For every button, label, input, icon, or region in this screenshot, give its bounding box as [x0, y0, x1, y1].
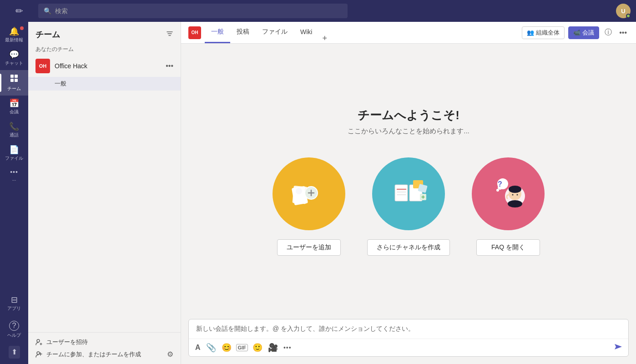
chat-icon: 💬: [9, 51, 19, 59]
svg-point-4: [37, 339, 40, 342]
search-bar[interactable]: 🔍: [38, 4, 348, 18]
add-user-button[interactable]: ユーザーを追加: [277, 239, 341, 256]
settings-icon[interactable]: ⚙: [167, 350, 173, 359]
meet-tool[interactable]: 🎥: [267, 342, 279, 354]
svg-rect-3: [15, 79, 18, 82]
composer: 新しい会話を開始します。@ を入力して、誰かにメンションしてください。 A 📎 …: [188, 319, 629, 357]
sidebar-footer: ユーザーを招待 チームに参加、またはチームを作成 ⚙: [28, 332, 181, 364]
faq-illustration: ?: [472, 157, 545, 230]
channel-header: OH 一般 投稿 ファイル Wiki + 👥 組織全体 📹 会議 ⓘ •••: [181, 22, 636, 44]
apps-icon: ⊟: [11, 296, 18, 304]
welcome-cards: ユーザーを追加: [273, 157, 545, 256]
team-more-icon[interactable]: •••: [166, 62, 173, 70]
channel-item-general[interactable]: 一般: [28, 77, 181, 91]
join-create-label: チームに参加、またはチームを作成: [46, 350, 141, 359]
top-bar: ✏ 🔍 U: [0, 0, 636, 22]
team-name: Office Hack: [55, 62, 161, 70]
main-layout: 🔔 最新情報 💬 チャット チーム 📅 会議 📞: [0, 22, 636, 364]
welcome-card-faq: ?: [472, 157, 545, 256]
attach-tool[interactable]: 📎: [205, 342, 217, 354]
add-channel-illustration: [372, 157, 445, 230]
svg-rect-1: [15, 75, 18, 78]
help-icon: ?: [9, 321, 19, 331]
nav-item-teams[interactable]: チーム: [0, 70, 28, 96]
svg-point-25: [496, 189, 499, 192]
composer-placeholder[interactable]: 新しい会話を開始します。@ を入力して、誰かにメンションしてください。: [189, 319, 628, 339]
nav-item-phone[interactable]: 📞 通話: [0, 119, 28, 142]
top-bar-right: U: [616, 4, 631, 18]
nav-bottom: ⊟ アプリ ? ヘルプ ⬆: [5, 292, 24, 364]
welcome-card-add-channel: さらにチャネルを作成: [367, 157, 450, 256]
more-header-btn[interactable]: •••: [617, 27, 629, 39]
nav-item-activity[interactable]: 🔔 最新情報: [0, 24, 28, 47]
sticker-tool[interactable]: 🙂: [252, 342, 263, 354]
search-icon: 🔍: [44, 7, 51, 15]
phone-icon: 📞: [9, 122, 19, 131]
left-nav: 🔔 最新情報 💬 チャット チーム 📅 会議 📞: [0, 22, 28, 364]
team-item-office-hack[interactable]: OH Office Hack •••: [28, 55, 181, 77]
nav-item-apps[interactable]: ⊟ アプリ: [5, 292, 24, 315]
invite-users-item[interactable]: ユーザーを招待: [35, 338, 173, 346]
channel-avatar: OH: [188, 26, 201, 39]
info-btn[interactable]: ⓘ: [603, 26, 614, 39]
nav-item-help[interactable]: ? ヘルプ: [5, 317, 24, 342]
tab-general[interactable]: 一般: [205, 22, 230, 43]
avatar[interactable]: U: [616, 4, 631, 18]
your-teams-label: あなたのチーム: [28, 44, 181, 55]
org-icon: 👥: [527, 29, 534, 36]
upload-icon: ⬆: [11, 349, 17, 356]
svg-point-31: [508, 200, 522, 207]
nav-item-chat[interactable]: 💬 チャット: [0, 47, 28, 70]
sidebar-footer-bottom: チームに参加、またはチームを作成 ⚙: [35, 350, 173, 359]
add-user-illustration: [273, 157, 345, 230]
top-bar-left: ✏: [5, 5, 33, 16]
welcome-card-add-user: ユーザーを追加: [273, 157, 345, 256]
more-nav-icon: •••: [10, 169, 18, 175]
tab-posts[interactable]: 投稿: [230, 22, 256, 43]
team-avatar: OH: [35, 59, 50, 73]
add-tab-button[interactable]: +: [318, 34, 331, 43]
format-tool[interactable]: A: [194, 343, 202, 353]
more-tool[interactable]: •••: [283, 343, 293, 352]
svg-rect-11: [395, 185, 408, 201]
emoji-tool[interactable]: 😊: [221, 342, 232, 354]
meeting-btn[interactable]: 📹 会議: [568, 26, 599, 39]
channel-tabs: 一般 投稿 ファイル Wiki +: [205, 22, 331, 43]
svg-point-29: [512, 194, 514, 195]
send-button[interactable]: [614, 342, 623, 354]
welcome-title: チームへようこそ!: [358, 107, 459, 123]
composer-toolbar: A 📎 😊 GIF 🙂 🎥 •••: [189, 339, 628, 356]
activity-icon: 🔔: [9, 27, 19, 35]
svg-point-30: [517, 194, 518, 195]
compose-icon[interactable]: ✏: [15, 5, 23, 16]
teams-icon: [10, 74, 19, 84]
sidebar-header: チーム: [28, 22, 181, 44]
meeting-icon: 📹: [573, 29, 580, 36]
filter-icon[interactable]: [166, 30, 173, 39]
tab-files[interactable]: ファイル: [256, 22, 294, 43]
activity-badge: [20, 26, 24, 30]
svg-text:?: ?: [498, 180, 502, 188]
org-btn[interactable]: 👥 組織全体: [522, 26, 565, 39]
add-channel-button[interactable]: さらにチャネルを作成: [367, 239, 450, 256]
nav-item-calendar[interactable]: 📅 会議: [0, 96, 28, 119]
calendar-icon: 📅: [9, 99, 19, 107]
nav-item-upload[interactable]: ⬆: [9, 346, 20, 359]
join-create-item[interactable]: チームに参加、またはチームを作成: [35, 350, 141, 359]
welcome-area: チームへようこそ! ここからいろんなことを始められます...: [181, 44, 636, 319]
status-dot: [626, 14, 631, 18]
content-area: OH 一般 投稿 ファイル Wiki + 👥 組織全体 📹 会議 ⓘ •••: [181, 22, 636, 364]
svg-point-28: [509, 186, 521, 193]
channel-header-right: 👥 組織全体 📹 会議 ⓘ •••: [522, 26, 629, 39]
welcome-subtitle: ここからいろんなことを始められます...: [348, 127, 469, 136]
nav-item-more[interactable]: ••• ...: [0, 165, 28, 185]
tab-wiki[interactable]: Wiki: [294, 22, 318, 43]
sidebar: チーム あなたのチーム OH Office Hack ••• 一般 ユーザーを招…: [28, 22, 181, 364]
sidebar-title: チーム: [35, 29, 60, 40]
files-icon: 📄: [9, 146, 19, 154]
svg-rect-2: [10, 79, 14, 82]
search-input[interactable]: [55, 7, 342, 15]
nav-item-files[interactable]: 📄 ファイル: [0, 142, 28, 165]
gif-tool[interactable]: GIF: [236, 344, 248, 351]
faq-button[interactable]: FAQ を開く: [476, 239, 540, 256]
